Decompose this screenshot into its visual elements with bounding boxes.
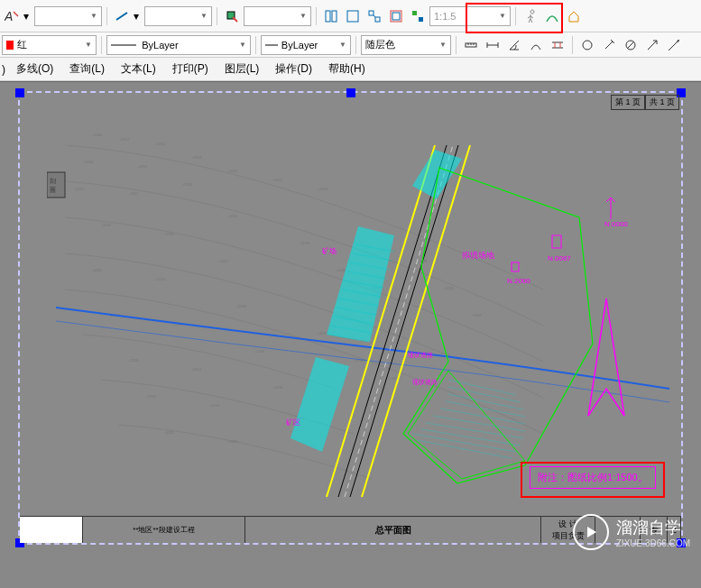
- layout-icon-2[interactable]: [343, 6, 363, 26]
- separator: [456, 36, 457, 54]
- ruler-icon[interactable]: [461, 35, 481, 55]
- svg-line-1: [14, 12, 18, 16]
- scale-combo[interactable]: ▼: [429, 6, 511, 26]
- walk-icon[interactable]: [521, 6, 540, 26]
- svg-text:+1052: +1052: [227, 169, 238, 173]
- svg-text:+1057: +1057: [74, 187, 85, 191]
- svg-rect-7: [369, 11, 374, 15]
- svg-text:A: A: [5, 9, 13, 23]
- dim-linear-icon[interactable]: [483, 35, 503, 55]
- layout-icon-4[interactable]: [386, 6, 406, 26]
- combo-2[interactable]: ▼: [144, 6, 212, 26]
- color2-input[interactable]: [365, 40, 438, 51]
- tb-project: **地区**段建设工程: [83, 517, 245, 543]
- move-tool-icon[interactable]: [664, 35, 684, 55]
- svg-text:N.0087: N.0087: [548, 254, 571, 262]
- menu-help[interactable]: 帮助(H): [321, 59, 373, 79]
- svg-text:+1052: +1052: [146, 394, 157, 399]
- svg-text:+1047: +1047: [318, 331, 328, 335]
- svg-text:+1053: +1053: [182, 182, 193, 187]
- combo-3[interactable]: ▼: [244, 6, 311, 26]
- chevron-down-icon: ▼: [339, 41, 346, 49]
- menu-query[interactable]: 查询(L): [62, 59, 112, 79]
- tool-icon[interactable]: [599, 35, 619, 55]
- menu-layer[interactable]: 图层(L): [217, 59, 267, 79]
- page-info: 第 1 页 共 1 页: [611, 95, 679, 110]
- line-preview-icon: [265, 41, 278, 49]
- svg-text:+1051: +1051: [272, 178, 283, 182]
- linetype-input-2[interactable]: [281, 40, 337, 51]
- style-input[interactable]: [39, 11, 88, 22]
- svg-text:+1058: +1058: [83, 160, 94, 164]
- site-plan-drawing: +1056+1057+1055 +1058+1056+1054 +1057+10…: [47, 109, 678, 524]
- page-current: 第 1 页: [611, 95, 645, 110]
- layout-icon-1[interactable]: [321, 6, 341, 26]
- svg-text:+1056: +1056: [101, 223, 112, 227]
- layout-icon-5[interactable]: [408, 6, 428, 26]
- combo-3-input[interactable]: [248, 11, 298, 22]
- separator: [106, 7, 107, 25]
- dim-arc-icon[interactable]: [526, 35, 546, 55]
- chevron-down-icon: ▼: [90, 12, 97, 20]
- svg-text:+1056: +1056: [92, 133, 103, 137]
- dropdown-arrow-icon[interactable]: ▾: [23, 10, 32, 23]
- svg-text:+1048: +1048: [336, 268, 346, 272]
- selection-handle[interactable]: [346, 88, 355, 97]
- combo-2-input[interactable]: [149, 11, 198, 22]
- path-icon[interactable]: [542, 6, 562, 26]
- linetype-combo-1[interactable]: ▼: [106, 35, 251, 55]
- scale-input[interactable]: [434, 11, 497, 22]
- annotation-box: 附注：图纸比例1:1500。: [530, 466, 656, 489]
- svg-text:+1053: +1053: [128, 358, 139, 363]
- menu-operation[interactable]: 操作(D): [268, 59, 319, 79]
- color-combo[interactable]: ▼: [2, 35, 97, 55]
- drawing-viewport[interactable]: 第 1 页 共 1 页 +1056+1057+1055 +1058+1056+1…: [0, 81, 701, 588]
- selection-handle[interactable]: [15, 88, 24, 97]
- linetype-combo-2[interactable]: ▼: [261, 35, 351, 55]
- font-style-icon[interactable]: A: [2, 6, 22, 26]
- svg-rect-6: [347, 11, 358, 22]
- layout-icon-3[interactable]: [364, 6, 384, 26]
- dropdown-arrow-icon[interactable]: ▾: [134, 10, 143, 23]
- circle-slash-icon[interactable]: [621, 35, 641, 55]
- home-icon[interactable]: [564, 6, 584, 26]
- color-swatch: [6, 41, 14, 50]
- svg-line-82: [426, 423, 523, 438]
- menu-text[interactable]: 文本(L): [114, 59, 163, 79]
- svg-text:+1048: +1048: [272, 385, 283, 390]
- circle-tool-icon[interactable]: [577, 35, 597, 55]
- linetype-input-1[interactable]: [142, 40, 237, 51]
- line-style-icon[interactable]: [112, 6, 132, 26]
- chevron-down-icon: ▼: [200, 12, 208, 20]
- svg-line-2: [116, 13, 127, 20]
- color-input[interactable]: [17, 40, 83, 51]
- svg-text:+1055: +1055: [128, 191, 139, 196]
- annotation-text: 附注：图纸比例1:1500。: [538, 472, 648, 482]
- dim-angle-icon[interactable]: [504, 35, 524, 55]
- svg-text:矿场: 矿场: [321, 247, 337, 255]
- page-total: 共 1 页: [645, 95, 679, 110]
- svg-text:+1050: +1050: [236, 304, 247, 308]
- separator: [217, 7, 217, 25]
- svg-rect-12: [412, 11, 417, 15]
- svg-rect-13: [419, 17, 423, 22]
- svg-text:N.0000: N.0000: [604, 220, 628, 228]
- svg-text:面: 面: [50, 187, 56, 193]
- drawing-paper[interactable]: 第 1 页 共 1 页 +1056+1057+1055 +1058+1056+1…: [18, 91, 683, 545]
- menu-print[interactable]: 打印(P): [165, 59, 216, 79]
- tb-title: 总平面图: [245, 517, 541, 543]
- style-combo[interactable]: ▼: [34, 6, 102, 26]
- color2-combo[interactable]: ▼: [361, 35, 451, 55]
- watermark: 溜溜自学 ZIXUE.3D66.COM: [573, 514, 690, 550]
- menu-polyline[interactable]: 多线(O): [9, 59, 60, 79]
- separator: [572, 36, 573, 54]
- svg-rect-4: [326, 11, 330, 22]
- dim-multi-icon[interactable]: [548, 35, 567, 55]
- svg-rect-98: [47, 172, 65, 198]
- arrow-tool-icon[interactable]: [642, 35, 662, 55]
- tb-logo: [20, 517, 83, 543]
- svg-text:+1054: +1054: [191, 155, 202, 160]
- watermark-url: ZIXUE.3D66.COM: [616, 538, 690, 548]
- chevron-down-icon: ▼: [239, 41, 246, 49]
- paint-icon[interactable]: [222, 6, 242, 26]
